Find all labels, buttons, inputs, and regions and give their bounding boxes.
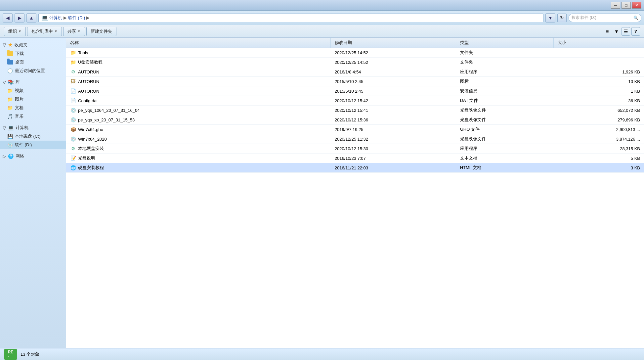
table-row[interactable]: 📄 Config.dat 2020/10/12 15:42 DAT 文件 36 …	[66, 96, 644, 106]
file-date: 2016/11/21 22:03	[331, 163, 456, 173]
toolbar: 组织 ▼ 包含到库中 ▼ 共享 ▼ 新建文件夹 ≡ ▼ ☰ ?	[0, 25, 644, 38]
network-header[interactable]: ▷ 🌐 网络	[0, 152, 66, 160]
file-size: 3,874,126 ...	[553, 134, 644, 144]
maximize-button[interactable]: □	[622, 2, 631, 9]
file-size: 36 KB	[553, 96, 644, 106]
file-date: 2020/12/25 14:52	[331, 48, 456, 58]
table-row[interactable]: 💿 Win7x64_2020 2020/12/25 11:32 光盘映像文件 3…	[66, 134, 644, 144]
file-type: 光盘映像文件	[456, 115, 554, 125]
file-name-cell: 💿 Win7x64_2020	[66, 134, 331, 144]
title-bar: ─ □ ✕	[0, 0, 644, 11]
share-button[interactable]: 共享 ▼	[63, 27, 85, 36]
sidebar: ▽ ★ 收藏夹 下载 桌面 🕒 最近访问的位置 ▽ 📚 库	[0, 38, 66, 348]
file-name-cell: 🖼 AUTORUN	[66, 77, 331, 86]
table-row[interactable]: 💿 pe_yqs_xp_20_07_31_15_53 2020/10/12 15…	[66, 115, 644, 125]
file-size: 279,696 KB	[553, 115, 644, 125]
table-row[interactable]: ⚙ 本地硬盘安装 2020/10/12 15:30 应用程序 28,315 KB	[66, 144, 644, 154]
file-name-cell: 📦 Win7x64.gho	[66, 125, 331, 134]
sidebar-item-c-drive[interactable]: 💾 本地磁盘 (C:)	[0, 132, 66, 141]
status-bar: RE- 13 个对象	[0, 348, 644, 360]
status-count: 13 个对象	[21, 351, 39, 357]
view-toggle-button[interactable]: ≡	[603, 27, 612, 36]
computer-header[interactable]: ▽ 💻 计算机	[0, 123, 66, 132]
col-size-header[interactable]: 大小	[553, 38, 644, 48]
file-date: 2015/5/10 2:45	[331, 77, 456, 86]
dropdown-button[interactable]: ▼	[545, 13, 555, 22]
refresh-icon: ↻	[560, 15, 564, 21]
table-row[interactable]: 💿 pe_yqs_1064_20_07_31_16_04 2020/10/12 …	[66, 106, 644, 115]
sidebar-item-download[interactable]: 下载	[0, 49, 66, 58]
refresh-button[interactable]: ↻	[557, 14, 567, 22]
music-icon: 🎵	[7, 114, 13, 119]
sidebar-item-doc[interactable]: 📁 文档	[0, 104, 66, 112]
library-header[interactable]: ▽ 📚 库	[0, 78, 66, 86]
computer-nav-icon: 💻	[8, 125, 14, 130]
file-name-cell: 📄 AUTORUN	[66, 86, 331, 96]
desktop-folder-icon	[7, 60, 13, 65]
sidebar-item-d-drive[interactable]: 💿 软件 (D:)	[0, 141, 66, 149]
up-button[interactable]: ▲	[26, 13, 36, 22]
doc-icon: 📁	[7, 105, 13, 111]
table-row[interactable]: 🌐 硬盘安装教程 2016/11/21 22:03 HTML 文档 3 KB	[66, 163, 644, 173]
sidebar-item-video[interactable]: 📁 视频	[0, 86, 66, 95]
file-name: pe_yqs_xp_20_07_31_15_53	[78, 117, 135, 122]
file-icon: 📁	[70, 50, 76, 56]
path-computer[interactable]: 计算机	[49, 15, 62, 21]
col-name-header[interactable]: 名称	[66, 38, 331, 48]
file-name: Win7x64.gho	[78, 127, 103, 132]
favorites-expand-icon: ▽	[3, 42, 6, 47]
recent-label: 最近访问的位置	[15, 68, 45, 74]
file-type: DAT 文件	[456, 96, 554, 106]
file-size: 5 KB	[553, 154, 644, 163]
sidebar-item-music[interactable]: 🎵 音乐	[0, 112, 66, 121]
help-button[interactable]: ?	[631, 27, 640, 36]
path-sep-2: ▶	[86, 15, 90, 20]
path-software[interactable]: 软件 (D:)	[68, 15, 85, 21]
close-button[interactable]: ✕	[632, 2, 641, 9]
file-date: 2020/10/12 15:41	[331, 106, 456, 115]
sidebar-item-recent[interactable]: 🕒 最近访问的位置	[0, 67, 66, 75]
new-folder-button[interactable]: 新建文件夹	[86, 27, 116, 36]
table-row[interactable]: 📁 U盘安装教程 2020/12/25 14:52 文件夹	[66, 58, 644, 67]
address-path[interactable]: 💻 计算机 ▶ 软件 (D:) ▶	[38, 14, 543, 22]
share-label: 共享	[67, 28, 76, 34]
file-name: 本地硬盘安装	[78, 146, 104, 152]
file-icon: 💿	[70, 117, 76, 123]
new-folder-label: 新建文件夹	[91, 28, 112, 34]
file-table: 名称 修改日期 类型 大小 📁 Tools 2020/12/25 14:52 文…	[66, 38, 644, 173]
network-section: ▷ 🌐 网络	[0, 152, 66, 160]
file-date: 2016/1/8 4:54	[331, 67, 456, 77]
file-size	[553, 48, 644, 58]
table-row[interactable]: ⚙ AUTORUN 2016/1/8 4:54 应用程序 1,926 KB	[66, 67, 644, 77]
file-type: GHO 文件	[456, 125, 554, 134]
table-header-row: 名称 修改日期 类型 大小	[66, 38, 644, 48]
table-row[interactable]: 🖼 AUTORUN 2015/5/10 2:45 图标 10 KB	[66, 77, 644, 86]
col-date-header[interactable]: 修改日期	[331, 38, 456, 48]
file-icon: 📄	[70, 98, 76, 104]
minimize-button[interactable]: ─	[611, 2, 620, 9]
table-row[interactable]: 📝 光盘说明 2016/10/23 7:07 文本文档 5 KB	[66, 154, 644, 163]
sidebar-item-image[interactable]: 📁 图片	[0, 95, 66, 104]
up-icon: ▲	[29, 15, 34, 21]
sidebar-item-desktop[interactable]: 桌面	[0, 58, 66, 67]
organize-button[interactable]: 组织 ▼	[4, 27, 26, 36]
table-row[interactable]: 📁 Tools 2020/12/25 14:52 文件夹	[66, 48, 644, 58]
view-icon: ≡	[606, 29, 609, 34]
file-icon: 🌐	[70, 165, 76, 171]
forward-button[interactable]: ▶	[15, 13, 24, 22]
view-chevron-button[interactable]: ▼	[612, 27, 621, 36]
include-button[interactable]: 包含到库中 ▼	[27, 27, 62, 36]
file-name-cell: ⚙ AUTORUN	[66, 67, 331, 77]
table-row[interactable]: 📦 Win7x64.gho 2019/9/7 19:25 GHO 文件 2,90…	[66, 125, 644, 134]
back-button[interactable]: ◀	[3, 13, 13, 22]
file-size: 10 KB	[553, 77, 644, 86]
col-type-header[interactable]: 类型	[456, 38, 554, 48]
favorites-header[interactable]: ▽ ★ 收藏夹	[0, 40, 66, 49]
file-icon: 📝	[70, 155, 76, 161]
file-icon: 💿	[70, 107, 76, 113]
view-layout-button[interactable]: ☰	[622, 27, 630, 36]
table-row[interactable]: 📄 AUTORUN 2015/5/10 2:45 安装信息 1 KB	[66, 86, 644, 96]
file-size: 652,072 KB	[553, 106, 644, 115]
search-box[interactable]: 搜索 软件 (D:) 🔍	[569, 14, 641, 22]
status-logo: RE-	[4, 349, 17, 360]
